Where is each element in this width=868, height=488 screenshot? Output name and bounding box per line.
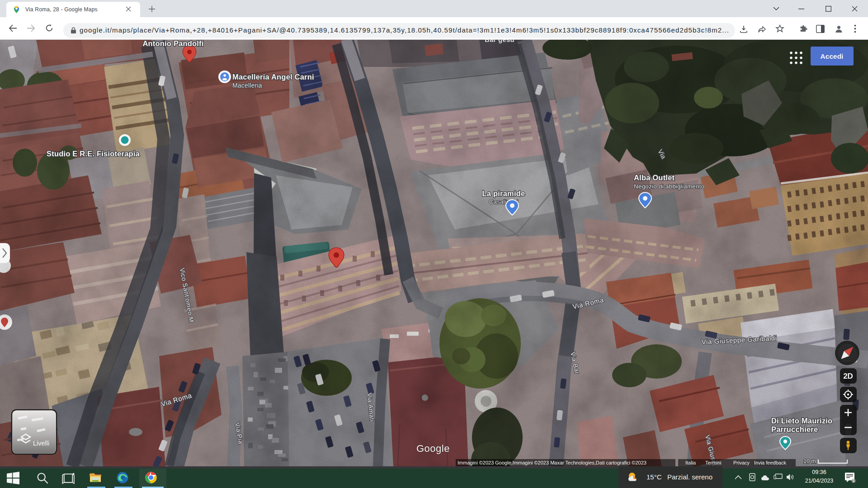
- svg-text:Italia: Italia: [685, 460, 696, 465]
- svg-text:Alba Outlet: Alba Outlet: [634, 174, 675, 182]
- svg-text:Antonio Pandolfi: Antonio Pandolfi: [142, 40, 203, 47]
- svg-text:Bar gesu: Bar gesu: [485, 40, 514, 43]
- svg-text:Termini: Termini: [705, 460, 721, 465]
- svg-text:Livelli: Livelli: [33, 440, 49, 447]
- svg-text:Parrucchiere: Parrucchiere: [771, 425, 818, 433]
- svg-text:Macelleria: Macelleria: [232, 82, 262, 89]
- svg-text:1: 1: [852, 479, 854, 483]
- svg-text:Di Lieto Maurizio: Di Lieto Maurizio: [771, 417, 832, 425]
- svg-text:Negozio di abbigliamento: Negozio di abbigliamento: [634, 183, 704, 190]
- svg-text:Accedi: Accedi: [821, 52, 844, 60]
- svg-text:Immagini ©2023 Google,Immagini: Immagini ©2023 Google,Immagini ©2023 Max…: [458, 460, 646, 465]
- svg-text:Studio E R.E. Fisioterapia: Studio E R.E. Fisioterapia: [47, 150, 140, 158]
- svg-text:Invia feedback: Invia feedback: [754, 460, 786, 465]
- svg-text:10 m: 10 m: [803, 458, 816, 465]
- svg-text:Macelleria Angel Carni: Macelleria Angel Carni: [232, 73, 314, 81]
- svg-text:Privacy: Privacy: [733, 460, 750, 465]
- svg-text:La piramide: La piramide: [482, 189, 525, 197]
- svg-text:Google: Google: [416, 443, 450, 454]
- svg-text:2D: 2D: [843, 372, 853, 380]
